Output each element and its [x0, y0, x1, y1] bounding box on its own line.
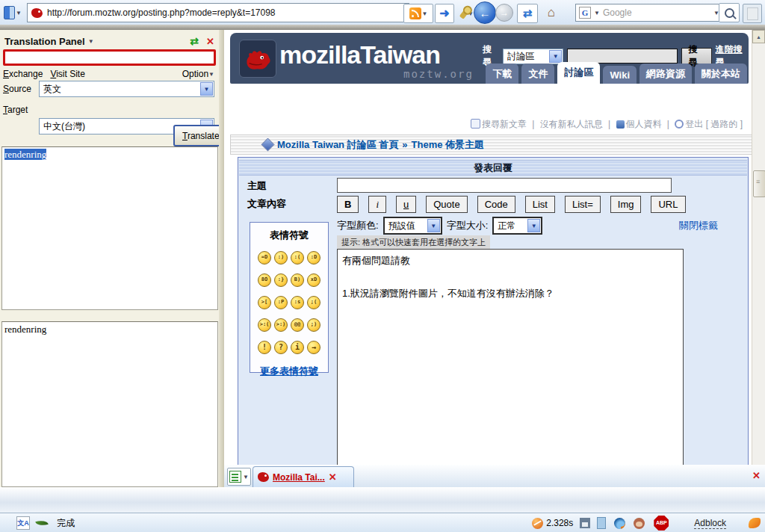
- bbcode-bold-button[interactable]: B: [337, 196, 359, 213]
- smiley-cry-icon[interactable]: ;(: [307, 296, 320, 309]
- close-tags-link[interactable]: 關閉標籤: [679, 219, 718, 232]
- bookmark-button[interactable]: ▼: [3, 3, 22, 22]
- page-info-button[interactable]: [743, 4, 762, 23]
- smilies-grid: =D :) :( :D 8O :} B) xD >[ :P :s ;( >:( …: [256, 251, 322, 354]
- smiley-mad-icon[interactable]: >[: [258, 296, 271, 309]
- close-panel-icon[interactable]: ✕: [206, 36, 214, 47]
- web-search-box[interactable]: G ▼ Google ▼: [575, 4, 723, 22]
- chevron-down-icon: ▼: [422, 10, 428, 17]
- bbcode-quote-button[interactable]: Quote: [426, 196, 467, 213]
- breadcrumb-home-link[interactable]: Mozilla Taiwan 討論區 首頁: [277, 138, 398, 152]
- vertical-scrollbar[interactable]: ▲: [752, 30, 765, 465]
- list-all-tabs-button[interactable]: ▼: [227, 468, 251, 486]
- home-button[interactable]: ⌂: [541, 3, 562, 22]
- back-button[interactable]: ←: [474, 1, 496, 24]
- tab-forum[interactable]: 討論區: [557, 62, 600, 84]
- site-header: mozillaTaiwan moztw.org 搜尋 討論區 ▼ 搜尋 進階搜尋…: [230, 33, 749, 84]
- smiley-sad-icon[interactable]: :(: [291, 251, 304, 265]
- smiley-twisted-icon[interactable]: >:): [274, 318, 288, 332]
- private-messages-link[interactable]: 沒有新私人訊息: [540, 119, 603, 129]
- more-smilies-link[interactable]: 更多表情符號: [260, 365, 318, 378]
- scrollbar-thumb[interactable]: [753, 170, 765, 197]
- fasterfox-icon[interactable]: [531, 517, 543, 529]
- bbcode-url-button[interactable]: URL: [651, 196, 685, 213]
- chevron-down-icon: ▼: [594, 10, 600, 16]
- chevron-down-icon: ▼: [527, 219, 540, 232]
- panel-title[interactable]: Translation Panel: [4, 36, 85, 47]
- bbcode-underline-button[interactable]: u: [396, 196, 416, 213]
- breadcrumb-separator: »: [402, 139, 407, 150]
- browser-tab-active[interactable]: Mozilla Tai... ✕: [253, 466, 354, 487]
- translate-status-icon[interactable]: 文A: [16, 516, 30, 530]
- reload-button[interactable]: ⇄: [517, 4, 538, 23]
- firefox-icon[interactable]: [613, 517, 625, 529]
- smiley-razz-icon[interactable]: :P: [274, 296, 288, 309]
- logout-link[interactable]: 登出 [ 過路的 ]: [685, 119, 743, 129]
- tab-download[interactable]: 下載: [486, 64, 518, 84]
- tab-wiki[interactable]: Wiki: [603, 66, 637, 84]
- font-color-select[interactable]: 預設值 ▼: [383, 217, 442, 235]
- tab-resources[interactable]: 網路資源: [639, 64, 692, 84]
- visit-site-link[interactable]: Visit Site: [50, 69, 84, 79]
- bbcode-listeq-button[interactable]: List=: [565, 196, 601, 213]
- smiley-grin-icon[interactable]: :D: [307, 251, 320, 265]
- smiley-cool-icon[interactable]: B): [291, 273, 304, 287]
- forum-index-icon: [261, 137, 274, 151]
- smiley-eek-icon[interactable]: 8O: [258, 273, 271, 287]
- tabbar-close-icon[interactable]: ✕: [752, 470, 761, 481]
- bbcode-img-button[interactable]: Img: [610, 196, 642, 213]
- exchange-icon[interactable]: ⇄: [190, 35, 199, 47]
- forward-button[interactable]: →: [495, 4, 513, 22]
- smiley-very-happy-icon[interactable]: =D: [258, 251, 271, 265]
- chevron-down-icon[interactable]: ▼: [88, 38, 94, 45]
- option-menu[interactable]: Option: [182, 69, 208, 79]
- url-bar[interactable]: http://forum.moztw.org/posting.php?mode=…: [27, 3, 409, 22]
- moztw-logo[interactable]: [239, 40, 276, 78]
- smiley-evil-icon[interactable]: >:(: [258, 318, 271, 332]
- smiley-idea-icon[interactable]: i: [291, 341, 304, 354]
- source-select[interactable]: 英文 ▼: [39, 81, 214, 97]
- fox-addon-icon[interactable]: [749, 517, 761, 529]
- profile-link[interactable]: 個人資料: [626, 119, 662, 129]
- smiley-embarrassed-icon[interactable]: :s: [291, 296, 304, 309]
- translation-source-textarea[interactable]: rendenring: [1, 146, 218, 310]
- save-session-icon[interactable]: [579, 517, 591, 529]
- search-go-button[interactable]: [719, 3, 740, 22]
- rss-feed-button[interactable]: ▼: [403, 4, 433, 23]
- breadcrumb-page-link[interactable]: Theme 佈景主題: [412, 138, 485, 152]
- smiley-wink-icon[interactable]: ;): [307, 318, 320, 332]
- body-label: 文章內容: [247, 197, 286, 211]
- source-label: Source: [3, 84, 31, 94]
- subject-input[interactable]: [337, 178, 672, 193]
- smiley-question-icon[interactable]: ?: [274, 341, 288, 354]
- tab-about[interactable]: 關於本站: [695, 64, 747, 84]
- bbcode-list-button[interactable]: List: [525, 196, 555, 213]
- greasemonkey-icon[interactable]: [633, 517, 645, 529]
- tab-close-icon[interactable]: ✕: [329, 471, 337, 483]
- chevron-down-icon[interactable]: ▼: [208, 71, 214, 78]
- search-new-posts-link[interactable]: 搜尋新文章: [482, 119, 527, 129]
- translation-input[interactable]: [3, 49, 216, 66]
- scroll-up-button[interactable]: ▲: [752, 30, 765, 43]
- message-textarea[interactable]: 有兩個問題請教 1.狀況請瀏覽附件圖片，不知道有沒有辦法消除？: [337, 249, 684, 465]
- exchange-link[interactable]: Exchange: [3, 69, 43, 79]
- smiley-smile-icon[interactable]: :): [274, 251, 288, 265]
- site-search-input[interactable]: [567, 49, 678, 64]
- leaf-icon[interactable]: [36, 517, 48, 529]
- smiley-happy-icon[interactable]: :}: [274, 273, 288, 287]
- font-size-select[interactable]: 正常 ▼: [492, 217, 542, 235]
- smiley-arrow-icon[interactable]: →: [307, 341, 320, 354]
- adblock-status[interactable]: Adblock: [694, 518, 726, 529]
- smiley-rolleyes-icon[interactable]: @@: [291, 318, 304, 332]
- adblock-plus-icon[interactable]: ABP: [654, 516, 669, 531]
- screenshot-root: { "browser": { "url": "http://forum.mozt…: [0, 0, 765, 532]
- sidebar-toggle-icon[interactable]: [595, 517, 607, 529]
- tab-docs[interactable]: 文件: [521, 64, 554, 84]
- smiley-exclaim-icon[interactable]: !: [258, 341, 271, 354]
- smiley-lol-icon[interactable]: xD: [307, 273, 320, 287]
- go-button[interactable]: ➜: [435, 4, 454, 23]
- bbcode-italic-button[interactable]: i: [368, 196, 386, 213]
- site-favicon: [31, 8, 43, 18]
- bbcode-code-button[interactable]: Code: [477, 196, 515, 213]
- translation-result-textarea[interactable]: rendenring: [1, 321, 218, 487]
